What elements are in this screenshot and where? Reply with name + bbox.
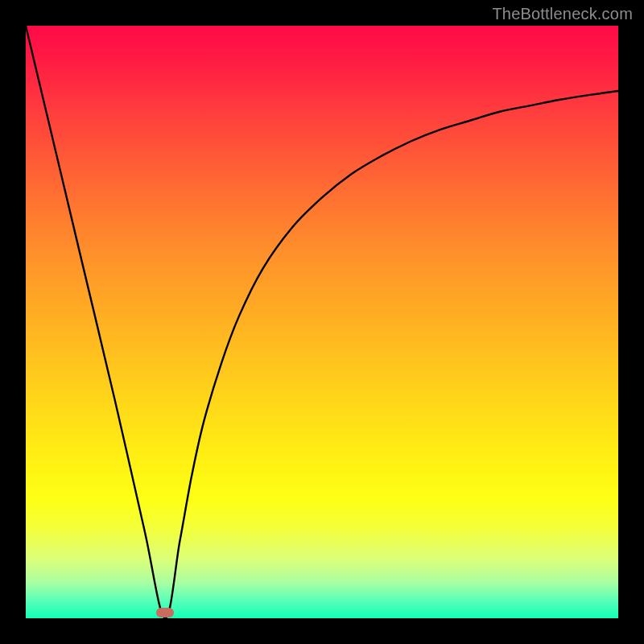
chart-frame: TheBottleneck.com <box>0 0 644 644</box>
plot-area <box>26 26 618 618</box>
bottleneck-curve <box>26 26 618 618</box>
watermark-text: TheBottleneck.com <box>492 5 633 23</box>
curve-layer <box>26 26 618 618</box>
curve-svg <box>26 26 618 618</box>
optimal-marker <box>156 608 174 617</box>
